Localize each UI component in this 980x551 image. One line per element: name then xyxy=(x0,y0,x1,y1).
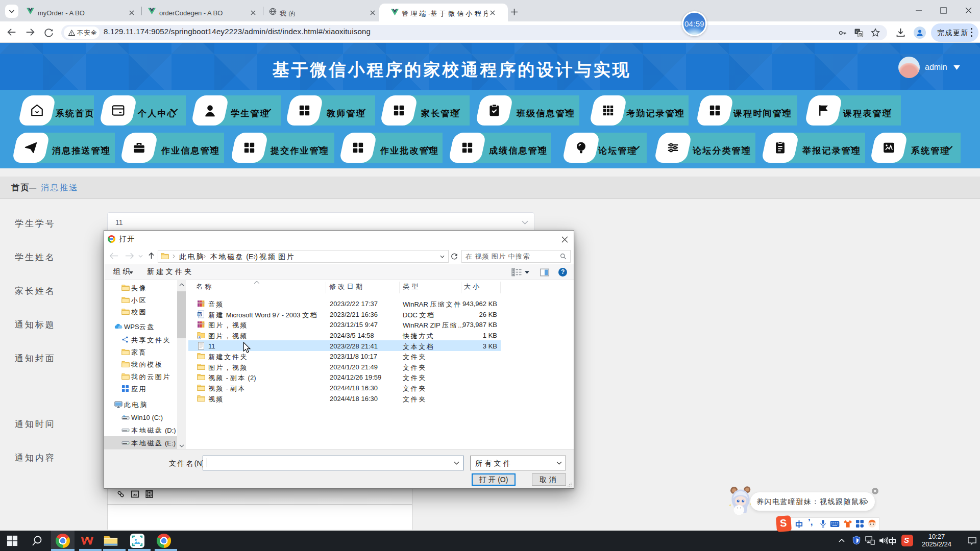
svg-text:W: W xyxy=(198,313,202,316)
